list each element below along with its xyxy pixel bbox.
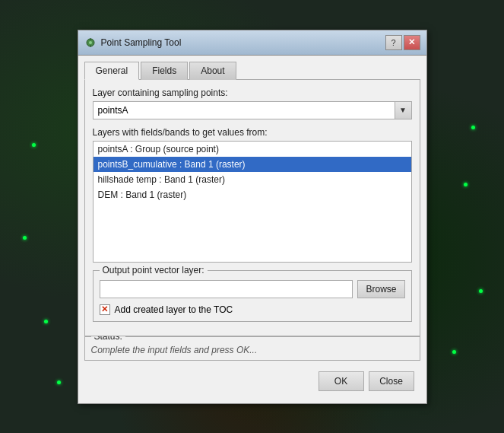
output-row: Browse bbox=[100, 280, 405, 298]
dialog-title: Point Sampling Tool bbox=[101, 37, 182, 48]
svg-point-1 bbox=[89, 41, 92, 44]
tab-general[interactable]: General bbox=[84, 62, 140, 80]
layer-combobox[interactable] bbox=[93, 101, 395, 119]
layers-bands-label: Layers with fields/bands to get values f… bbox=[93, 127, 412, 138]
close-button[interactable]: Close bbox=[369, 371, 414, 391]
output-path-input[interactable] bbox=[100, 280, 353, 298]
checkbox-row: ✕ Add created layer to the TOC bbox=[100, 304, 405, 315]
list-item[interactable]: pointsB_cumulative : Band 1 (raster) bbox=[94, 157, 411, 172]
add-to-toc-checkbox[interactable]: ✕ bbox=[100, 304, 110, 315]
layers-list[interactable]: pointsA : Group (source point) pointsB_c… bbox=[93, 141, 412, 263]
list-item[interactable]: hillshade temp : Band 1 (raster) bbox=[94, 172, 411, 187]
point-sampling-dialog: Point Sampling Tool ? ✕ General Fields A… bbox=[78, 30, 427, 404]
help-button[interactable]: ? bbox=[385, 35, 402, 50]
status-text: Complete the input fields and press OK..… bbox=[91, 345, 414, 355]
layer-combo-wrapper: ▼ bbox=[93, 101, 412, 119]
tab-bar: General Fields About bbox=[84, 62, 420, 80]
dialog-footer: OK Close bbox=[84, 367, 420, 397]
layer-dropdown-button[interactable]: ▼ bbox=[395, 101, 412, 119]
title-bar-left: Point Sampling Tool bbox=[84, 37, 182, 49]
layer-label: Layer containing sampling points: bbox=[93, 88, 412, 98]
app-icon bbox=[84, 37, 97, 49]
tab-fields[interactable]: Fields bbox=[141, 62, 188, 80]
tab-content-general: Layer containing sampling points: ▼ Laye… bbox=[84, 79, 420, 336]
title-bar: Point Sampling Tool ? ✕ bbox=[78, 30, 426, 56]
dialog-body: General Fields About Layer containing sa… bbox=[78, 56, 426, 403]
tab-about[interactable]: About bbox=[189, 62, 236, 80]
ok-button[interactable]: OK bbox=[319, 371, 364, 391]
list-item[interactable]: pointsA : Group (source point) bbox=[94, 142, 411, 157]
list-item[interactable]: DEM : Band 1 (raster) bbox=[94, 187, 411, 202]
window-close-button[interactable]: ✕ bbox=[404, 35, 420, 50]
title-buttons: ? ✕ bbox=[385, 35, 420, 50]
output-group: Output point vector layer: Browse ✕ Add … bbox=[93, 270, 412, 322]
status-group: Status: Complete the input fields and pr… bbox=[84, 336, 420, 361]
browse-button[interactable]: Browse bbox=[357, 280, 404, 298]
output-group-legend: Output point vector layer: bbox=[100, 265, 208, 275]
checkbox-label: Add created layer to the TOC bbox=[115, 304, 233, 315]
